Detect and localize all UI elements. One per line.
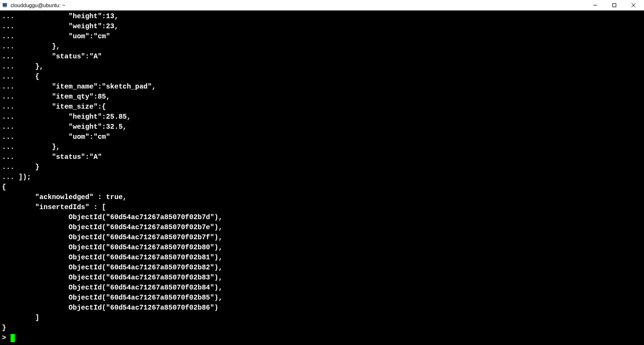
svg-rect-2 xyxy=(4,6,6,7)
svg-rect-1 xyxy=(3,3,7,5)
terminal-area[interactable]: ... "height":13, ... "weight":23, ... "u… xyxy=(0,11,644,345)
minimize-button[interactable] xyxy=(586,0,605,10)
cursor xyxy=(11,334,15,342)
terminal-output: ... "height":13, ... "weight":23, ... "u… xyxy=(2,11,642,333)
window-controls xyxy=(586,0,643,10)
titlebar-left: cloudduggu@ubuntu: ~ xyxy=(2,2,65,9)
svg-rect-3 xyxy=(3,7,7,7)
titlebar[interactable]: cloudduggu@ubuntu: ~ xyxy=(0,0,644,11)
close-button[interactable] xyxy=(624,0,643,10)
terminal-window: cloudduggu@ubuntu: ~ ... "height":13, ..… xyxy=(0,0,644,345)
prompt-text: > xyxy=(2,333,10,343)
svg-rect-5 xyxy=(613,3,616,7)
window-title: cloudduggu@ubuntu: ~ xyxy=(11,2,65,8)
maximize-button[interactable] xyxy=(605,0,624,10)
putty-icon xyxy=(2,2,9,9)
prompt-line: > xyxy=(2,333,642,343)
